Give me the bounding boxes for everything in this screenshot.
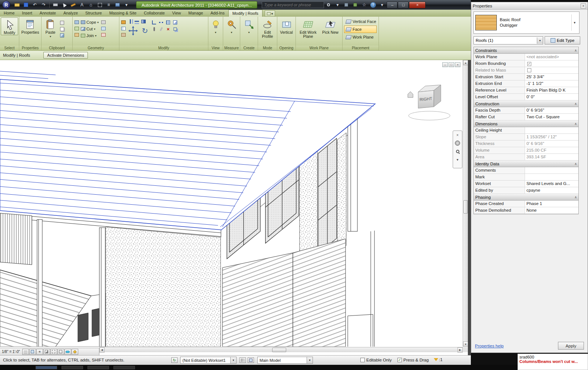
- apply-button[interactable]: Apply: [558, 342, 584, 350]
- collapse-chevron-icon[interactable]: ∧: [574, 195, 577, 199]
- detail-level-icon[interactable]: [22, 349, 29, 355]
- tab-insert[interactable]: Insert: [18, 10, 36, 17]
- array-icon[interactable]: [165, 19, 172, 26]
- property-value[interactable]: ✓: [525, 60, 578, 67]
- properties-title-bar[interactable]: Properties ×: [471, 2, 588, 10]
- search-dropdown-icon[interactable]: ▾: [333, 1, 341, 9]
- minimize-button[interactable]: –: [387, 1, 397, 9]
- mirror-icon[interactable]: [140, 18, 147, 24]
- panel-label-properties[interactable]: Properties: [19, 46, 41, 50]
- edit-type-button[interactable]: Edit Type: [545, 36, 580, 44]
- navigation-bar[interactable]: × ▾: [453, 131, 462, 168]
- pin-icon[interactable]: [151, 26, 158, 32]
- save-icon[interactable]: [22, 1, 30, 9]
- taskbar-item[interactable]: [62, 366, 83, 369]
- property-value[interactable]: Two Cut - Square: [525, 114, 578, 120]
- pick-new-host-button[interactable]: Pick New: [320, 17, 341, 46]
- print-icon[interactable]: [51, 1, 59, 9]
- type-selector-dropdown-icon[interactable]: ▼: [571, 14, 578, 31]
- property-row[interactable]: Edited bycpayne: [474, 187, 578, 194]
- property-value[interactable]: [525, 174, 578, 180]
- taskbar-item[interactable]: [87, 366, 109, 369]
- panel-label-geometry[interactable]: Geometry: [73, 46, 119, 50]
- worksets-dialog-icon[interactable]: [240, 357, 246, 363]
- split-icon[interactable]: [158, 19, 165, 26]
- window[interactable]: [318, 138, 337, 254]
- room-bounding-checkbox[interactable]: ✓: [527, 62, 531, 66]
- zoom-icon[interactable]: [454, 148, 461, 155]
- remove-coping-icon[interactable]: [100, 32, 107, 38]
- rotate-icon[interactable]: ↻: [139, 26, 151, 35]
- property-row[interactable]: Level Offset0' 0": [474, 94, 578, 100]
- delete-icon[interactable]: ×: [165, 26, 172, 32]
- crop-view-icon[interactable]: [50, 349, 57, 355]
- view-close-icon[interactable]: ×: [455, 62, 460, 67]
- scale-icon[interactable]: [172, 19, 179, 26]
- redo-icon[interactable]: ↷: [40, 1, 48, 9]
- scroll-up-icon[interactable]: ▲: [463, 60, 468, 65]
- view-dropdown-icon[interactable]: ▾: [215, 30, 216, 34]
- steering-wheel-icon[interactable]: [454, 140, 461, 146]
- view-restore-icon[interactable]: □: [449, 62, 454, 67]
- panel-label-clipboard[interactable]: Clipboard: [42, 46, 72, 50]
- paste-button[interactable]: Paste ▾: [42, 17, 59, 46]
- move-icon[interactable]: [127, 24, 139, 37]
- help-dropdown-icon[interactable]: ▾: [378, 1, 386, 9]
- measure-dropdown-icon[interactable]: ▾: [231, 30, 232, 34]
- property-value[interactable]: -1' 1 1/2": [525, 80, 578, 87]
- subscription-icon[interactable]: [342, 1, 350, 9]
- tab-massing-site[interactable]: Massing & Site: [106, 10, 140, 17]
- properties-close-icon[interactable]: ×: [581, 3, 586, 9]
- properties-help-link[interactable]: Properties help: [475, 344, 503, 348]
- property-row[interactable]: Fascia Depth0' 6 9/16": [474, 107, 578, 114]
- close-button[interactable]: ×: [409, 1, 426, 9]
- group-header-dimensions[interactable]: Dimensions ∧: [474, 120, 578, 127]
- sun-path-icon[interactable]: ☀: [36, 349, 43, 355]
- application-menu-button[interactable]: R: [0, 0, 13, 10]
- scale-label[interactable]: 1/8" = 1'-0": [1, 350, 22, 354]
- tab-home[interactable]: Home: [0, 10, 18, 17]
- qat-dropdown-icon[interactable]: ▾: [122, 1, 131, 9]
- hide-elements-button[interactable]: ▾: [209, 17, 222, 34]
- search-icon[interactable]: [324, 1, 333, 9]
- view-minimize-icon[interactable]: –: [442, 62, 448, 67]
- panel-label-opening[interactable]: Opening: [277, 46, 295, 50]
- panel-label-measure[interactable]: Measure: [223, 46, 240, 50]
- shadows-icon[interactable]: [43, 349, 50, 355]
- align-icon[interactable]: [127, 18, 133, 24]
- collapse-chevron-icon[interactable]: ∧: [574, 49, 577, 52]
- split-face-icon[interactable]: [120, 25, 127, 32]
- modify-button[interactable]: Modify: [1, 17, 18, 35]
- demolish-icon[interactable]: [120, 32, 127, 38]
- notification-warning[interactable]: Columns/Beams won't cut w...: [519, 359, 586, 364]
- property-row[interactable]: Area393.14 SF: [474, 154, 578, 161]
- property-row[interactable]: Work Plane<not associated>: [474, 54, 578, 60]
- property-value[interactable]: <not associated>: [525, 54, 578, 60]
- workset-dropdown-icon[interactable]: ▼: [230, 357, 236, 363]
- property-row[interactable]: Slope1 153/256" / 12": [474, 134, 578, 141]
- vertical-opening-button[interactable]: Vertical: [278, 17, 295, 34]
- edit-work-plane-button[interactable]: Edit Work Plane: [297, 17, 320, 46]
- workset-selector[interactable]: (Not Editable) Workset1 ▼: [180, 357, 237, 364]
- property-value[interactable]: [525, 167, 578, 174]
- group-header-construction[interactable]: Construction ∧: [474, 100, 578, 107]
- scroll-right-icon[interactable]: ▶: [457, 347, 463, 353]
- tab-view[interactable]: View: [168, 10, 185, 17]
- edit-profile-button[interactable]: Edit Profile: [259, 17, 276, 39]
- face-option[interactable]: Face: [344, 26, 377, 33]
- modify-arrow-icon[interactable]: [60, 1, 68, 9]
- property-row[interactable]: Reference LevelFinish Plan Bldg D K: [474, 87, 578, 94]
- cut-button[interactable]: Cut ▾: [80, 26, 99, 32]
- property-value[interactable]: Finish Plan Bldg D K: [525, 87, 578, 93]
- scroll-down-icon[interactable]: ▼: [463, 341, 468, 347]
- thin-lines-icon[interactable]: ≡: [105, 1, 113, 9]
- unpin-icon[interactable]: [158, 26, 165, 32]
- property-value[interactable]: [525, 67, 578, 73]
- text-tool-icon[interactable]: A: [78, 1, 86, 9]
- panel-label-select[interactable]: Select: [0, 46, 19, 50]
- taskbar-item[interactable]: [36, 366, 57, 369]
- measure-button[interactable]: ▾: [224, 17, 239, 34]
- tab-analyze[interactable]: Analyze: [60, 10, 82, 17]
- maximize-button[interactable]: □: [398, 1, 409, 9]
- paste-dropdown-icon[interactable]: ▾: [50, 34, 51, 39]
